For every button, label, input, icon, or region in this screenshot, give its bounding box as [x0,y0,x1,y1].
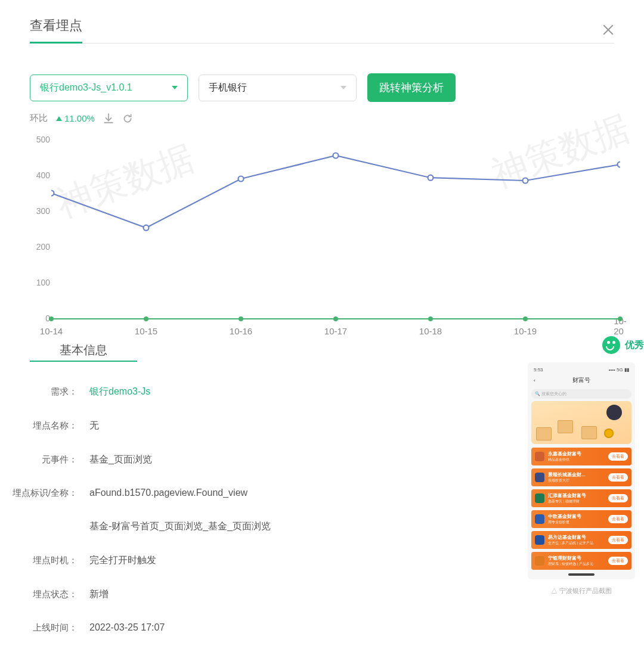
y-axis-tick: 200 [30,242,50,252]
x-axis-tick: 10-14 [40,326,63,336]
phone-status-signal: •••• 5G ▮▮ [609,367,629,372]
info-value: 新增 [89,588,109,601]
download-icon[interactable] [103,113,114,124]
info-value: 完全打开时触发 [89,554,156,567]
phone-caption: △ 宁波银行产品截图 [551,586,612,595]
y-axis-tick: 0 [30,313,50,323]
phone-home-indicator [568,573,595,576]
info-label: 埋点标识/全称： [0,488,78,499]
baseline-dot [428,316,433,321]
baseline-dot [144,316,148,321]
x-axis-tick: 10-15 [135,326,157,336]
info-value: aFound.b1570.pageview.Found_view [89,488,247,498]
baseline-dot [49,316,54,321]
select-version[interactable]: 银行demo3-Js_v1.0.1 [30,74,188,101]
y-axis-tick: 100 [30,278,50,287]
info-value: 基金_页面浏览 [89,454,152,466]
info-value: 基金-财富号首页_页面浏览_基金_页面浏览 [89,520,271,533]
info-value: 2022-03-25 17:07 [89,622,165,633]
baseline-dot [333,316,338,321]
info-label: 埋点时机： [0,555,78,566]
info-value: 无 [89,420,99,432]
info-label: 需求： [0,386,78,398]
y-axis-tick: 300 [30,206,50,216]
y-axis-tick: 500 [30,135,50,144]
phone-back-icon: ‹ [534,378,535,383]
chart: 神策数据 神策数据 0100200300400500 10-1410-1510-… [30,134,620,336]
metric-label: 环比 [30,113,48,124]
baseline-dot [523,316,528,321]
x-axis-tick: 10-19 [514,326,537,336]
phone-status-time: 5:53 [534,367,543,372]
info-label: 埋点名称： [0,420,78,432]
phone-list-item: 永嘉基金财富号精品基金特供 去看看 [531,448,631,465]
phone-list-item: 宁银理财财富号理财系 | 短债精选 | 产品多元 去看看 [531,552,631,570]
svg-point-0 [51,191,54,196]
phone-nav-title: 财富号 [572,376,590,384]
info-value-link[interactable]: 银行demo3-Js [89,386,150,398]
svg-point-4 [428,175,434,181]
baseline-dot [618,316,623,321]
svg-point-2 [239,176,244,182]
section-basic-info-title: 基本信息 [30,342,137,362]
phone-preview: 5:53 •••• 5G ▮▮ ‹ 财富号 🔍 搜索您关心的 永嘉基金财富号精品… [528,362,635,579]
chevron-down-icon [172,86,178,89]
svg-point-3 [333,153,339,159]
phone-list-item: 易方达基金财富号全方位 | 多产品线 | 定开产品 去看看 [531,531,631,549]
svg-point-5 [523,178,528,184]
refresh-icon[interactable] [122,113,133,124]
page-title: 查看埋点 [30,17,82,44]
select-app-value: 手机银行 [209,82,247,94]
phone-list-item: 景顺长城基金财...景顺投资大厅 去看看 [531,468,631,486]
select-app[interactable]: 手机银行 [199,74,357,101]
x-axis-tick: 10-16 [230,326,252,336]
phone-list-item: 汇添富基金财富号选基专区 | 稳健理财 去看看 [531,489,631,507]
info-label: 元事件： [0,454,78,465]
select-version-value: 银行demo3-Js_v1.0.1 [40,82,132,94]
phone-search-input: 🔍 搜索您关心的 [531,389,631,399]
svg-point-1 [144,225,149,231]
phone-banner [531,401,631,444]
info-label: 埋点状态： [0,589,78,600]
close-icon[interactable] [602,24,614,36]
baseline-dot [239,316,243,321]
chevron-down-icon [340,86,346,89]
phone-list-item: 中欧基金财富号用专业创价值 去看看 [531,510,631,528]
jump-analysis-button[interactable]: 跳转神策分析 [367,73,456,102]
info-label: 上线时间： [0,622,78,634]
up-triangle-icon [56,116,62,121]
basic-info-table: 需求：银行demo3-Js埋点名称：无元事件：基金_页面浏览埋点标识/全称：aF… [0,362,507,634]
svg-point-6 [618,162,621,167]
y-axis-tick: 400 [30,170,50,180]
x-axis-tick: 10-18 [419,326,442,336]
x-axis-tick: 10-17 [324,326,347,336]
smile-icon [602,336,620,354]
metric-delta: 11.00% [56,113,95,123]
rating-badge: 优秀 [602,336,644,354]
